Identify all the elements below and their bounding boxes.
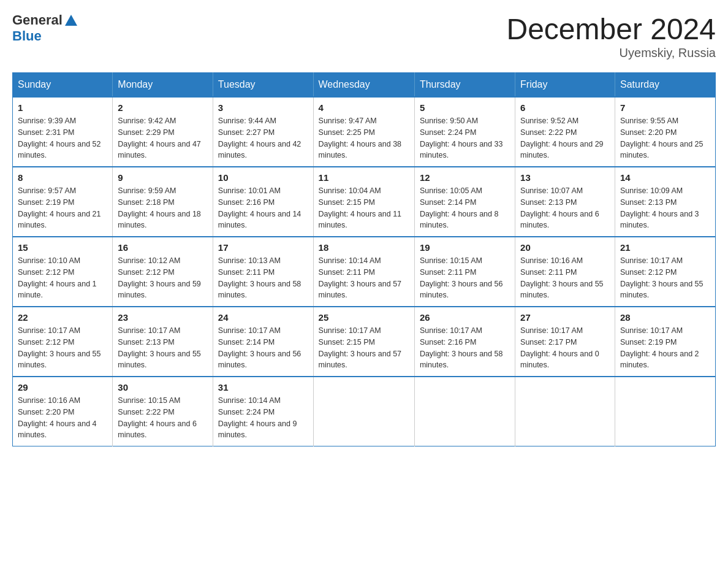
day-number: 11 [319,172,409,183]
calendar-day-cell: 1 Sunrise: 9:39 AM Sunset: 2:31 PM Dayli… [13,97,113,167]
day-number: 4 [319,102,409,113]
day-number: 27 [520,312,610,323]
day-number: 12 [420,172,510,183]
calendar-day-cell: 16 Sunrise: 10:12 AM Sunset: 2:12 PM Day… [113,237,213,307]
day-number: 30 [118,382,207,393]
day-info: Sunrise: 9:42 AM Sunset: 2:29 PM Dayligh… [118,115,207,161]
day-info: Sunrise: 9:57 AM Sunset: 2:19 PM Dayligh… [18,185,107,231]
col-sunday: Sunday [13,73,113,98]
day-info: Sunrise: 10:07 AM Sunset: 2:13 PM Daylig… [520,185,610,231]
calendar-table: Sunday Monday Tuesday Wednesday Thursday… [12,72,716,446]
calendar-day-cell: 28 Sunrise: 10:17 AM Sunset: 2:19 PM Day… [615,307,715,377]
calendar-day-cell: 22 Sunrise: 10:17 AM Sunset: 2:12 PM Day… [13,307,113,377]
calendar-day-cell: 8 Sunrise: 9:57 AM Sunset: 2:19 PM Dayli… [13,167,113,237]
calendar-day-cell: 18 Sunrise: 10:14 AM Sunset: 2:11 PM Day… [313,237,414,307]
calendar-day-cell: 30 Sunrise: 10:15 AM Sunset: 2:22 PM Day… [113,377,213,446]
calendar-day-cell: 13 Sunrise: 10:07 AM Sunset: 2:13 PM Day… [515,167,615,237]
day-number: 7 [620,102,710,113]
day-number: 16 [118,242,207,253]
col-wednesday: Wednesday [313,73,414,98]
col-saturday: Saturday [615,73,715,98]
day-info: Sunrise: 10:15 AM Sunset: 2:11 PM Daylig… [420,255,510,301]
day-info: Sunrise: 10:17 AM Sunset: 2:12 PM Daylig… [620,255,710,301]
col-friday: Friday [515,73,615,98]
calendar-day-cell: 12 Sunrise: 10:05 AM Sunset: 2:14 PM Day… [414,167,515,237]
calendar-day-cell: 20 Sunrise: 10:16 AM Sunset: 2:11 PM Day… [515,237,615,307]
day-number: 25 [319,312,409,323]
day-number: 13 [520,172,610,183]
calendar-week-row: 22 Sunrise: 10:17 AM Sunset: 2:12 PM Day… [13,307,716,377]
col-monday: Monday [113,73,213,98]
day-number: 22 [18,312,107,323]
col-tuesday: Tuesday [213,73,313,98]
day-info: Sunrise: 10:17 AM Sunset: 2:13 PM Daylig… [118,325,207,371]
day-info: Sunrise: 9:39 AM Sunset: 2:31 PM Dayligh… [18,115,107,161]
day-info: Sunrise: 10:17 AM Sunset: 2:12 PM Daylig… [18,325,107,371]
day-number: 24 [218,312,308,323]
day-number: 14 [620,172,710,183]
calendar-day-cell: 2 Sunrise: 9:42 AM Sunset: 2:29 PM Dayli… [113,97,213,167]
calendar-week-row: 29 Sunrise: 10:16 AM Sunset: 2:20 PM Day… [13,377,716,446]
day-info: Sunrise: 10:16 AM Sunset: 2:20 PM Daylig… [18,395,107,441]
day-info: Sunrise: 9:59 AM Sunset: 2:18 PM Dayligh… [118,185,207,231]
calendar-week-row: 1 Sunrise: 9:39 AM Sunset: 2:31 PM Dayli… [13,97,716,167]
location-title: Uyemskiy, Russia [506,46,716,60]
logo: General Blue [12,12,78,44]
day-info: Sunrise: 10:13 AM Sunset: 2:11 PM Daylig… [218,255,308,301]
day-number: 20 [520,242,610,253]
day-number: 3 [218,102,308,113]
day-info: Sunrise: 10:04 AM Sunset: 2:15 PM Daylig… [319,185,409,231]
day-info: Sunrise: 9:44 AM Sunset: 2:27 PM Dayligh… [218,115,308,161]
day-info: Sunrise: 10:01 AM Sunset: 2:16 PM Daylig… [218,185,308,231]
day-number: 1 [18,102,107,113]
day-number: 8 [18,172,107,183]
logo-general: General [12,12,63,28]
calendar-day-cell: 31 Sunrise: 10:14 AM Sunset: 2:24 PM Day… [213,377,313,446]
day-info: Sunrise: 10:17 AM Sunset: 2:16 PM Daylig… [420,325,510,371]
svg-marker-0 [65,15,77,26]
calendar-day-cell: 17 Sunrise: 10:13 AM Sunset: 2:11 PM Day… [213,237,313,307]
calendar-header-row: Sunday Monday Tuesday Wednesday Thursday… [13,73,716,98]
month-title: December 2024 [506,12,716,46]
day-info: Sunrise: 10:10 AM Sunset: 2:12 PM Daylig… [18,255,107,301]
day-info: Sunrise: 9:47 AM Sunset: 2:25 PM Dayligh… [319,115,409,161]
day-info: Sunrise: 10:12 AM Sunset: 2:12 PM Daylig… [118,255,207,301]
day-number: 15 [18,242,107,253]
day-info: Sunrise: 10:05 AM Sunset: 2:14 PM Daylig… [420,185,510,231]
calendar-day-cell: 26 Sunrise: 10:17 AM Sunset: 2:16 PM Day… [414,307,515,377]
logo-triangle-icon [64,13,78,27]
calendar-day-cell [313,377,414,446]
calendar-day-cell: 27 Sunrise: 10:17 AM Sunset: 2:17 PM Day… [515,307,615,377]
day-info: Sunrise: 10:14 AM Sunset: 2:11 PM Daylig… [319,255,409,301]
calendar-day-cell [414,377,515,446]
calendar-day-cell: 15 Sunrise: 10:10 AM Sunset: 2:12 PM Day… [13,237,113,307]
day-number: 29 [18,382,107,393]
calendar-day-cell: 6 Sunrise: 9:52 AM Sunset: 2:22 PM Dayli… [515,97,615,167]
day-info: Sunrise: 10:17 AM Sunset: 2:14 PM Daylig… [218,325,308,371]
day-number: 17 [218,242,308,253]
day-info: Sunrise: 9:52 AM Sunset: 2:22 PM Dayligh… [520,115,610,161]
calendar-day-cell: 23 Sunrise: 10:17 AM Sunset: 2:13 PM Day… [113,307,213,377]
day-number: 19 [420,242,510,253]
day-number: 18 [319,242,409,253]
day-info: Sunrise: 10:16 AM Sunset: 2:11 PM Daylig… [520,255,610,301]
calendar-day-cell: 7 Sunrise: 9:55 AM Sunset: 2:20 PM Dayli… [615,97,715,167]
calendar-day-cell: 10 Sunrise: 10:01 AM Sunset: 2:16 PM Day… [213,167,313,237]
day-number: 26 [420,312,510,323]
title-area: December 2024 Uyemskiy, Russia [506,12,716,60]
day-info: Sunrise: 10:17 AM Sunset: 2:15 PM Daylig… [319,325,409,371]
day-number: 31 [218,382,308,393]
day-number: 28 [620,312,710,323]
calendar-day-cell [515,377,615,446]
calendar-day-cell: 9 Sunrise: 9:59 AM Sunset: 2:18 PM Dayli… [113,167,213,237]
calendar-day-cell: 5 Sunrise: 9:50 AM Sunset: 2:24 PM Dayli… [414,97,515,167]
calendar-day-cell [615,377,715,446]
calendar-day-cell: 24 Sunrise: 10:17 AM Sunset: 2:14 PM Day… [213,307,313,377]
calendar-day-cell: 11 Sunrise: 10:04 AM Sunset: 2:15 PM Day… [313,167,414,237]
page-header: General Blue December 2024 Uyemskiy, Rus… [12,12,716,60]
calendar-day-cell: 21 Sunrise: 10:17 AM Sunset: 2:12 PM Day… [615,237,715,307]
calendar-day-cell: 29 Sunrise: 10:16 AM Sunset: 2:20 PM Day… [13,377,113,446]
day-number: 21 [620,242,710,253]
logo-blue: Blue [12,28,42,44]
day-number: 6 [520,102,610,113]
